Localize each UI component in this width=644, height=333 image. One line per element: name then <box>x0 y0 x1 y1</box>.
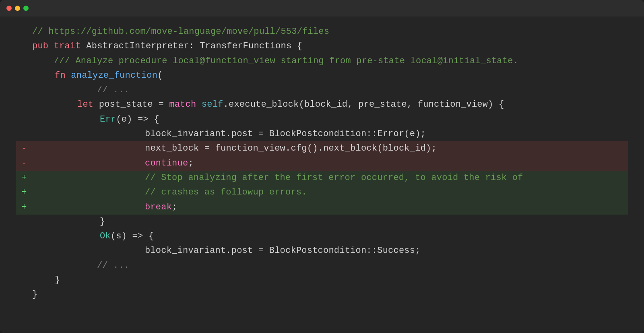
line-17: // ... <box>16 259 628 273</box>
titlebar <box>0 0 644 17</box>
close-button[interactable] <box>6 6 12 11</box>
line-2: pub trait AbstractInterpreter: TransferF… <box>16 39 628 54</box>
line-9-removed: - next_block = function_view.cfg().next_… <box>16 141 628 156</box>
line-18: } <box>16 273 628 287</box>
code-content: // https://github.com/move-language/move… <box>16 25 628 302</box>
line-14: } <box>16 215 628 229</box>
line-13-added: + break; <box>16 200 628 215</box>
line-8: block_invariant.post = BlockPostconditio… <box>16 127 628 141</box>
line-3: /// Analyze procedure local@function_vie… <box>16 54 628 68</box>
line-7: Err(e) => { <box>16 112 628 127</box>
line-16: block_invariant.post = BlockPostconditio… <box>16 244 628 258</box>
line-5: // ... <box>16 83 628 97</box>
line-11-added: + // Stop analyzing after the first erro… <box>16 171 628 185</box>
line-15: Ok(s) => { <box>16 229 628 244</box>
code-area: // https://github.com/move-language/move… <box>0 17 644 333</box>
window: // https://github.com/move-language/move… <box>0 0 644 333</box>
line-12-added: + // crashes as followup errors. <box>16 185 628 200</box>
traffic-lights <box>6 6 29 11</box>
line-1: // https://github.com/move-language/move… <box>16 25 628 39</box>
line-4: fn analyze_function( <box>16 68 628 83</box>
line-6: let post_state = match self.execute_bloc… <box>16 97 628 112</box>
maximize-button[interactable] <box>23 6 29 11</box>
minimize-button[interactable] <box>15 6 20 11</box>
line-19: } <box>16 287 628 302</box>
line-10-removed: - continue; <box>16 156 628 171</box>
